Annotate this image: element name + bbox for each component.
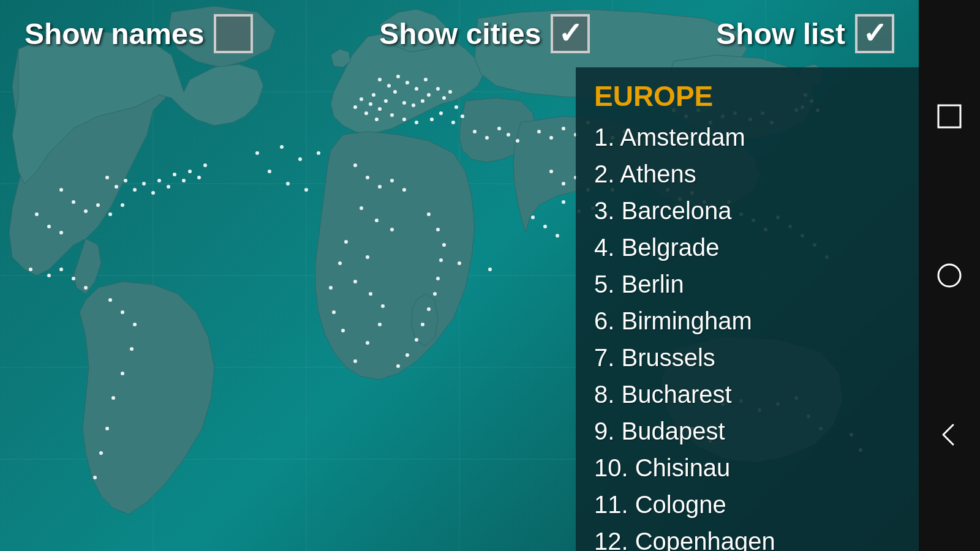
svg-point-105 xyxy=(105,427,109,430)
svg-point-85 xyxy=(59,188,63,192)
list-item[interactable]: 8. Bucharest xyxy=(594,376,900,413)
svg-point-106 xyxy=(99,451,103,455)
svg-point-20 xyxy=(442,96,446,100)
svg-point-101 xyxy=(133,323,137,326)
svg-point-44 xyxy=(516,139,519,143)
svg-point-11 xyxy=(387,84,391,88)
svg-point-166 xyxy=(531,216,535,219)
list-item[interactable]: 5. Berlin xyxy=(594,266,900,302)
show-cities-checkbox[interactable] xyxy=(551,14,590,53)
svg-point-35 xyxy=(430,118,434,121)
svg-point-22 xyxy=(402,101,406,105)
svg-point-19 xyxy=(436,87,440,91)
svg-point-91 xyxy=(35,212,39,216)
list-item[interactable]: 10. Chisinau xyxy=(594,449,900,486)
svg-point-10 xyxy=(378,78,382,81)
svg-point-136 xyxy=(197,176,201,179)
svg-point-16 xyxy=(415,87,418,91)
svg-point-84 xyxy=(344,240,348,244)
svg-point-47 xyxy=(562,127,565,130)
svg-point-176 xyxy=(421,323,424,326)
svg-point-130 xyxy=(151,191,155,195)
list-item[interactable]: 2. Athens xyxy=(594,156,900,192)
svg-point-125 xyxy=(105,176,109,179)
svg-point-27 xyxy=(369,102,372,106)
svg-point-73 xyxy=(366,255,369,259)
city-list-panel[interactable]: EUROPE 1. Amsterdam2. Athens3. Barcelona… xyxy=(576,67,919,551)
svg-point-185 xyxy=(938,264,960,287)
svg-point-78 xyxy=(366,341,369,345)
svg-point-80 xyxy=(341,329,345,332)
svg-point-98 xyxy=(84,286,88,290)
top-bar: Show names Show cities Show list xyxy=(0,0,919,67)
svg-point-168 xyxy=(556,234,559,238)
list-item[interactable]: 3. Barcelona xyxy=(594,192,900,229)
svg-point-72 xyxy=(390,228,394,231)
list-item[interactable]: 12. Copenhagen xyxy=(594,523,900,551)
svg-point-36 xyxy=(439,111,443,115)
svg-point-128 xyxy=(133,188,137,192)
cities-container: 1. Amsterdam2. Athens3. Barcelona4. Belg… xyxy=(594,119,900,551)
svg-point-30 xyxy=(364,111,368,115)
svg-point-167 xyxy=(543,225,547,228)
svg-point-82 xyxy=(329,286,333,290)
svg-point-81 xyxy=(332,310,336,314)
svg-point-170 xyxy=(436,228,440,231)
svg-rect-184 xyxy=(938,105,960,127)
svg-point-77 xyxy=(378,323,382,326)
square-nav-button[interactable] xyxy=(933,100,965,132)
svg-point-12 xyxy=(372,93,375,97)
svg-point-131 xyxy=(157,179,161,182)
svg-point-104 xyxy=(111,396,115,400)
svg-point-122 xyxy=(268,170,271,173)
svg-point-97 xyxy=(72,277,75,280)
svg-point-28 xyxy=(360,97,363,101)
svg-point-13 xyxy=(396,75,400,78)
svg-point-172 xyxy=(439,258,443,262)
svg-point-32 xyxy=(390,113,394,117)
svg-point-134 xyxy=(182,179,186,182)
svg-point-173 xyxy=(436,277,440,280)
svg-point-90 xyxy=(121,203,124,207)
svg-point-87 xyxy=(84,209,88,213)
svg-point-118 xyxy=(255,151,259,155)
svg-point-79 xyxy=(353,359,357,363)
list-item[interactable]: 7. Brussels xyxy=(594,339,900,376)
svg-point-124 xyxy=(304,188,308,192)
list-item[interactable]: 9. Budapest xyxy=(594,413,900,449)
svg-point-135 xyxy=(188,170,192,173)
svg-point-41 xyxy=(485,136,489,140)
svg-point-157 xyxy=(562,182,565,186)
svg-point-174 xyxy=(433,292,437,296)
svg-point-39 xyxy=(451,121,455,124)
svg-point-33 xyxy=(402,118,406,121)
svg-point-178 xyxy=(405,353,409,357)
list-item[interactable]: 11. Cologne xyxy=(594,486,900,523)
show-list-label: Show list xyxy=(716,17,845,51)
show-names-checkbox[interactable] xyxy=(214,14,253,53)
svg-point-94 xyxy=(29,268,32,271)
svg-point-95 xyxy=(47,274,51,277)
svg-point-74 xyxy=(353,280,357,283)
svg-point-37 xyxy=(454,105,458,109)
svg-point-14 xyxy=(405,81,409,84)
svg-point-67 xyxy=(378,185,382,189)
back-nav-button[interactable] xyxy=(933,419,965,451)
show-list-checkbox[interactable] xyxy=(855,14,894,53)
svg-point-88 xyxy=(96,203,100,207)
svg-point-175 xyxy=(427,307,431,311)
svg-point-177 xyxy=(415,338,418,342)
svg-point-182 xyxy=(488,268,492,271)
circle-nav-button[interactable] xyxy=(933,260,965,291)
svg-point-169 xyxy=(427,212,431,216)
list-item[interactable]: 1. Amsterdam xyxy=(594,119,900,156)
list-item[interactable]: 4. Belgrade xyxy=(594,229,900,266)
svg-point-103 xyxy=(121,372,124,375)
svg-point-24 xyxy=(421,99,424,103)
svg-point-42 xyxy=(497,127,501,130)
svg-point-129 xyxy=(142,182,146,186)
svg-point-171 xyxy=(442,243,446,247)
svg-point-38 xyxy=(461,114,464,118)
svg-point-179 xyxy=(396,364,400,368)
list-item[interactable]: 6. Birmingham xyxy=(594,302,900,339)
